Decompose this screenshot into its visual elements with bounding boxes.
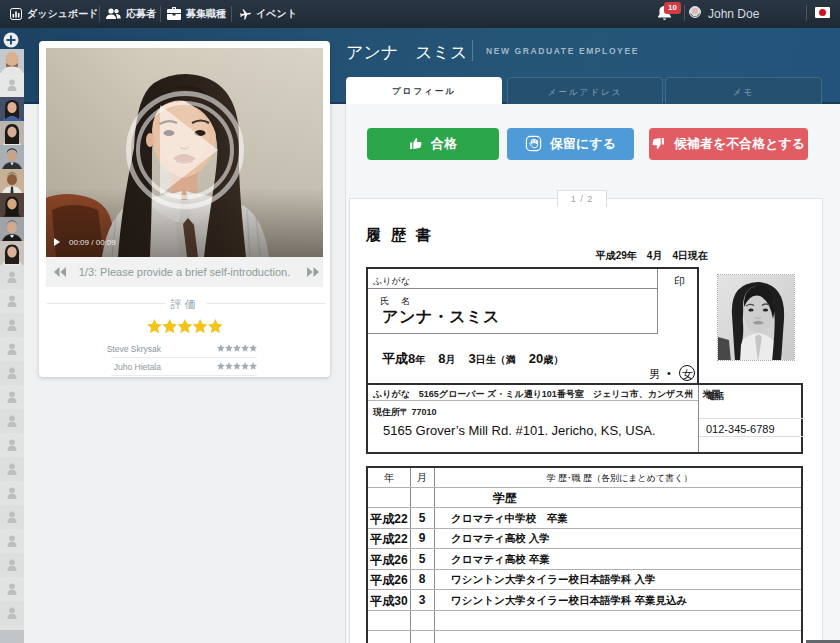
svg-text:00:09 / 00:09: 00:09 / 00:09	[69, 238, 116, 247]
